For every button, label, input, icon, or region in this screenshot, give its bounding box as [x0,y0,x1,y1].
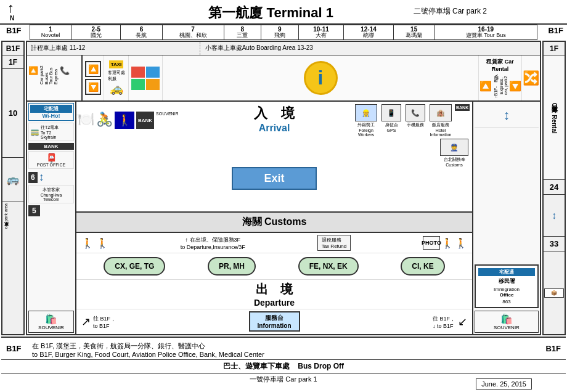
airline-group-1: CX, GE, TG [104,257,165,276]
north-arrow: ↑ [7,1,14,15]
to-b1f-right: 往 B1F， ↓ to B1F ↙ [433,315,467,329]
right-sidebar-mid [475,128,539,264]
bus-stop-10-11: 10-11 大有 [299,25,345,39]
map-subheader: 計程車上車處 11-12 小客車上車處Auto Boarding Area 13… [27,42,540,55]
bus-drop-off: 巴士、遊覽車下車處 Bus Drop Off [1,359,566,374]
info-center: i [163,55,478,100]
photo-svc: PHOTO 🚶 🚶 [423,236,467,250]
bus-stop-8: 8 三重 [224,25,261,39]
left-floor-column: B1F 1F 10 🚌 私家車 car park area [1,41,25,335]
b1f-bottom-right: B1F [545,344,561,353]
taxi-icon: TAXI 客運司處利服 🚕 [104,55,129,100]
floor-1f-left: 1F [2,55,23,69]
arrival-section: 入 境 Arrival 👷 外籍勞工 Foreign Workers 📱 身征台 [76,102,472,211]
services-between: 🚶 🚶 ↑ 在出境、保險服務3F to Departure,Insurance/… [76,233,472,253]
bottom-row: ↗ 往 B1F， to B1F 服務台Information 往 B1F， ↓ … [76,309,472,334]
bottom-info: 在 B1F, 漢堡王，美食街，航簽局一分隊、銀行、醫護中心 to B1F, Bu… [1,338,566,359]
bus-stops-row: 1 Novotel 2-5 國光 6 長航 7 桃園、和欣 8 三重 9 飛狗 … [30,25,537,40]
hotel-svc: 🏨 飯店服務 Hotel Information [428,104,453,137]
top-icons-row: 🔼 Car park2BusesTour BusExpress 📞 B1F-2去… [27,55,540,102]
tax-refund: 退稅服務 Tax Refund [317,235,351,251]
date-box: June. 25, 2015 [476,378,532,390]
subheader-auto: 小客車上車處Auto Boarding Area 13-23 [200,42,540,55]
to-b1f-left: ↗ 往 B1F， to B1F [81,315,116,329]
arrival-people-icons: 🍽️ 🚴 🚶 BANK SOUVENIR [78,112,179,129]
main-map: 計程車上車處 11-12 小客車上車處Auto Boarding Area 13… [26,41,541,335]
bus-stop-1: 1 Novotel [30,25,71,39]
right-sidebar-top: ↕ [475,103,539,128]
floor-5: 5 [28,205,74,216]
north-label: N [10,15,14,22]
center-content: 入 境 Arrival 👷 外籍勞工 Foreign Workers 📱 身征台 [76,102,472,334]
logos-area [129,55,163,100]
bank-svc: BANK [455,104,470,137]
airlines-row: CX, GE, TG PR, MH FE, NX, EK CI, KE [76,253,472,279]
bus-stop-7: 7 桃園、和欣 [163,25,224,39]
bus-stop-2-5: 2-5 國光 [71,25,121,39]
arrival-services: 👷 外籍勞工 Foreign Workers 📱 身征台 GPS 📞 手機服務 [334,104,470,167]
bus-icon-left: 🚌 [2,158,23,202]
airline-group-3: FE, NX, EK [298,257,359,276]
ya-logo: 宅配通 Wi-Ho! [28,103,74,121]
bottom-section: B1F B1F 在 B1F, 漢堡王，美食街，航簽局一分隊、銀行、醫護中心 to… [1,337,566,392]
floor-1f-right: 1F [544,42,565,55]
left-bottom-area: 私家車 car park area [2,202,23,334]
page-root: ↑ N 第一航廈 Terminal 1 二號停車場 Car park 2 1 N… [0,0,567,392]
floor-6-arrow: 6 ↕ [28,171,74,184]
car-rental-label: 租賃車 Car Rental [544,55,565,180]
num-33-right: 33 [544,237,565,251]
t2-skytrain: 🚃 往T2電車To T2Skytrain [28,123,74,141]
right-bottom-icons: 📦 [544,251,565,334]
terminal-title: 第一航廈 Terminal 1 [208,4,333,22]
b1f-label-left: B1F [6,26,22,35]
subheader-taxi: 計程車上車處 11-12 [27,42,200,55]
souvenir-right-bottom: 🛍️ SOUVENIR [475,311,539,333]
post-office: 📮 POST OFFICE [28,151,74,169]
right-floor-column: 1F 租賃車 Car Rental 24 ↕ 33 📦 [542,41,566,335]
customs-bar: 海關 Customs [76,211,472,233]
bus-stop-16-19: 16-19 遊覽車 Tour Bus [435,25,537,39]
car-park-2-label: 二號停車場 Car park 2 [414,6,487,17]
customs-svc: 👮 台北關務奉 Customs [439,139,470,167]
exit-button: Exit [232,167,316,190]
bus-stop-15: 15 葛瑪蘭 [394,25,435,39]
escalator-right-top: 🔀 [521,55,540,100]
departure-title: 出 境 Departure [254,281,295,308]
bus-stop-9: 9 飛狗 [261,25,298,39]
b1f-bottom-left: B1F [6,344,22,353]
scroll-arrows-right: ↕ [544,195,565,237]
to-departure-label: ↑ 在出境、保險服務3F to Departure,Insurance/3F [181,236,245,250]
departure-section: 出 境 Departure [76,279,472,309]
floor-10-left: 10 [2,69,23,158]
bus-stop-6: 6 長航 [121,25,162,39]
chunghwa-telecom: 水管客家ChungHwaTelecom [28,185,74,203]
left-sidebar: 宅配通 Wi-Ho! 🚃 往T2電車To T2Skytrain BANK 📮 P… [27,102,76,334]
people-icons-mid: 🚶 🚶 [81,237,108,249]
right-sidebar: ↕ 宅配通 移民署 Immigration Office 863 🛍️ SOUV… [472,102,540,334]
left-icons-section: 🔼 Car park2BusesTour BusExpress 📞 B1F-2去… [27,55,83,100]
immigration-office: 宅配通 移民署 Immigration Office 863 [475,264,539,308]
arrival-title: 入 境 Arrival [254,104,295,134]
bank-label-left: BANK [28,143,74,150]
bus-stop-12-14: 12-14 統聯 [344,25,393,39]
lift-icons-1: 🔼 🔽 [83,55,104,100]
foreign-workers-svc: 👷 外籍勞工 Foreign Workers [354,104,378,137]
num-24-right: 24 [544,180,565,195]
gps-svc: 📱 身征台 GPS [380,104,402,137]
souvenir-left-bottom: 🛍️ SOUVENIR [28,311,74,333]
b1f-label-right: B1F [548,26,563,35]
info-circle: i [304,61,338,95]
airline-group-4: CI, KE [401,257,444,276]
phone-svc: 📞 手機服務 [404,104,426,137]
airline-group-2: PR, MH [208,257,256,276]
mid-section: 宅配通 Wi-Ho! 🚃 往T2電車To T2Skytrain BANK 📮 P… [27,102,540,334]
info-desk: 服務台Information [249,311,300,332]
floor-b1f-left: B1F [2,42,23,55]
car-rental-icons: 租賃家 Car Rental 🔼 ↑B1F，到 Bus, Express, ca… [478,55,521,100]
